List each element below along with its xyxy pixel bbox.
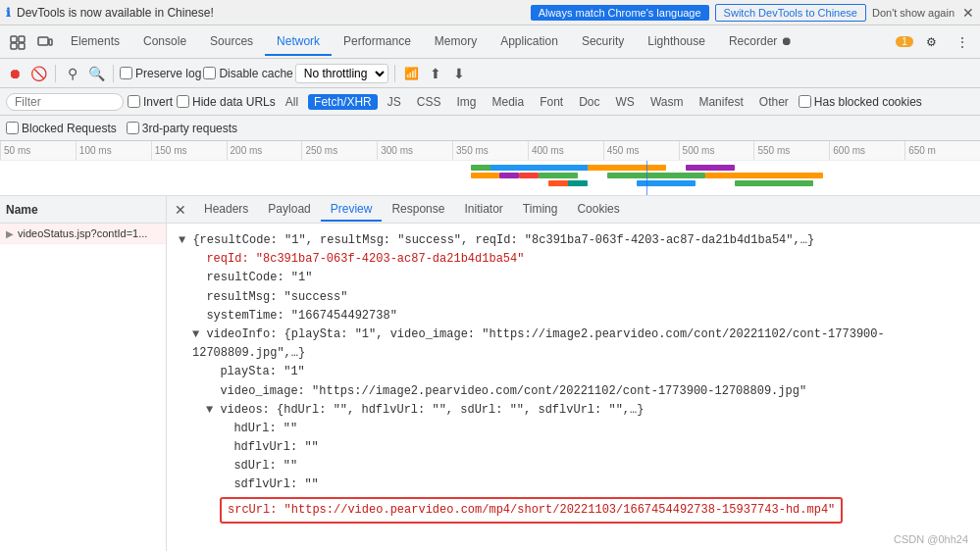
json-video-image: video_image: "https://image2.pearvideo.c… — [206, 382, 968, 401]
filter-manifest[interactable]: Manifest — [693, 94, 748, 110]
disable-cache-label[interactable]: Disable cache — [203, 67, 292, 80]
devtools-menu-icon[interactable] — [4, 28, 31, 56]
json-req-id-val: reqId: "8c391ba7-063f-4203-ac87-da21b4d1… — [206, 252, 524, 266]
switch-devtools-button[interactable]: Switch DevTools to Chinese — [715, 4, 866, 22]
export-har-icon[interactable]: ⬇ — [448, 63, 470, 84]
mark-600: 600 ms — [829, 141, 904, 160]
json-videos-toggle[interactable]: ▼ — [206, 403, 213, 417]
mark-150: 150 ms — [151, 141, 227, 160]
tab-memory[interactable]: Memory — [423, 28, 489, 56]
filter-wasm[interactable]: Wasm — [645, 94, 690, 110]
tab-performance[interactable]: Performance — [332, 28, 423, 56]
filter-all[interactable]: All — [280, 94, 304, 110]
tab-preview[interactable]: Preview — [321, 198, 383, 222]
blocked-requests-label[interactable]: Blocked Requests — [6, 122, 117, 135]
blocked-bar: Blocked Requests 3rd-party requests — [0, 116, 980, 141]
more-options-icon[interactable]: ⋮ — [949, 28, 976, 56]
tab-response[interactable]: Response — [382, 198, 454, 222]
toolbar-separator-2 — [113, 65, 114, 82]
tab-application[interactable]: Application — [489, 28, 570, 56]
tab-recorder[interactable]: Recorder ⏺ — [717, 28, 804, 56]
filter-doc[interactable]: Doc — [573, 94, 605, 110]
issue-badge[interactable]: 1 — [896, 36, 913, 47]
tab-sources[interactable]: Sources — [198, 28, 265, 56]
svg-rect-0 — [11, 36, 17, 42]
json-video-info-line: ▼ videoInfo: {playSta: "1", video_image:… — [192, 326, 968, 363]
request-list-header: Name — [0, 196, 166, 224]
mark-500: 500 ms — [679, 141, 754, 160]
request-item[interactable]: ▶ videoStatus.jsp?contId=1... — [0, 224, 166, 244]
tab-console[interactable]: Console — [131, 28, 198, 56]
json-video-info-toggle[interactable]: ▼ — [192, 327, 199, 341]
filter-fetch-xhr[interactable]: Fetch/XHR — [308, 94, 378, 110]
tab-initiator[interactable]: Initiator — [454, 198, 512, 222]
json-videos-preview: videos: {hdUrl: "", hdflvUrl: "", sdUrl:… — [220, 403, 644, 417]
match-language-button[interactable]: Always match Chrome's language — [531, 5, 709, 21]
json-root-toggle[interactable]: ▼ — [179, 233, 185, 247]
settings-icon[interactable]: ⚙ — [917, 28, 945, 56]
record-button[interactable]: ⏺ — [4, 63, 26, 84]
detail-close-icon[interactable]: ✕ — [171, 200, 190, 220]
wf-bar-12 — [686, 165, 735, 171]
third-party-text: 3rd-party requests — [142, 122, 237, 135]
preserve-log-label[interactable]: Preserve log — [120, 67, 201, 80]
mark-450: 450 ms — [603, 141, 679, 160]
svg-rect-1 — [19, 36, 25, 42]
third-party-label[interactable]: 3rd-party requests — [127, 122, 237, 135]
json-result-code-val: resultCode: "1" — [206, 271, 312, 284]
filter-media[interactable]: Media — [486, 94, 530, 110]
filter-ws[interactable]: WS — [610, 94, 641, 110]
disable-cache-checkbox[interactable] — [203, 67, 216, 79]
json-system-time-val: systemTime: "1667454492738" — [206, 309, 396, 323]
disable-cache-text: Disable cache — [219, 67, 292, 80]
filter-js[interactable]: JS — [382, 94, 407, 110]
invert-label[interactable]: Invert — [128, 95, 173, 109]
has-blocked-cookies-label[interactable]: Has blocked cookies — [799, 95, 922, 109]
timeline-chart — [0, 161, 980, 196]
tab-security[interactable]: Security — [570, 28, 636, 56]
tab-headers[interactable]: Headers — [194, 198, 258, 222]
json-hdflv-url: hdflvUrl: "" — [220, 438, 968, 457]
filter-icon[interactable]: ⚲ — [62, 63, 83, 84]
filter-font[interactable]: Font — [534, 94, 569, 110]
hide-data-urls-label[interactable]: Hide data URLs — [177, 95, 276, 109]
tab-timing[interactable]: Timing — [513, 198, 568, 222]
devtools-device-icon[interactable] — [31, 28, 59, 56]
search-icon[interactable]: 🔍 — [85, 63, 107, 84]
svg-rect-5 — [49, 39, 52, 45]
request-item-icon: ▶ — [6, 228, 14, 239]
mark-50: 50 ms — [0, 141, 76, 160]
tab-payload[interactable]: Payload — [258, 198, 320, 222]
wf-bar-3 — [471, 173, 500, 178]
import-har-icon[interactable]: ⬆ — [425, 63, 446, 84]
third-party-checkbox[interactable] — [127, 122, 139, 134]
timeline-cursor — [646, 161, 647, 196]
hide-data-urls-checkbox[interactable] — [177, 95, 189, 108]
detail-tabs: ✕ Headers Payload Preview Response Initi… — [167, 196, 980, 224]
filter-other[interactable]: Other — [753, 94, 795, 110]
tab-elements[interactable]: Elements — [59, 28, 131, 56]
tab-network[interactable]: Network — [265, 28, 332, 56]
mark-100: 100 ms — [76, 141, 151, 160]
throttling-select[interactable]: No throttling Fast 3G Slow 3G Offline — [295, 64, 388, 83]
wf-bar-13 — [705, 173, 823, 178]
has-blocked-cookies-checkbox[interactable] — [799, 95, 811, 108]
blocked-requests-checkbox[interactable] — [6, 122, 19, 134]
tab-cookies[interactable]: Cookies — [567, 198, 629, 222]
mark-250: 250 ms — [301, 141, 377, 160]
json-video-image-val: video_image: "https://image2.pearvideo.c… — [220, 384, 806, 398]
dont-show-button[interactable]: Don't show again — [872, 7, 954, 19]
invert-checkbox[interactable] — [128, 95, 140, 108]
json-hdflv-url-val: hdflvUrl: "" — [233, 440, 318, 454]
request-list: Name ▶ videoStatus.jsp?contId=1... — [0, 196, 167, 551]
filter-img[interactable]: Img — [450, 94, 482, 110]
wf-bar-4 — [499, 173, 519, 178]
blocked-requests-text: Blocked Requests — [22, 122, 117, 135]
preserve-log-checkbox[interactable] — [120, 67, 132, 79]
clear-button[interactable]: 🚫 — [27, 63, 49, 84]
close-infobar-icon[interactable]: ✕ — [962, 5, 974, 21]
filter-css[interactable]: CSS — [411, 94, 447, 110]
tab-lighthouse[interactable]: Lighthouse — [636, 28, 717, 56]
network-conditions-icon[interactable]: 📶 — [401, 63, 423, 84]
filter-input[interactable] — [6, 93, 124, 111]
